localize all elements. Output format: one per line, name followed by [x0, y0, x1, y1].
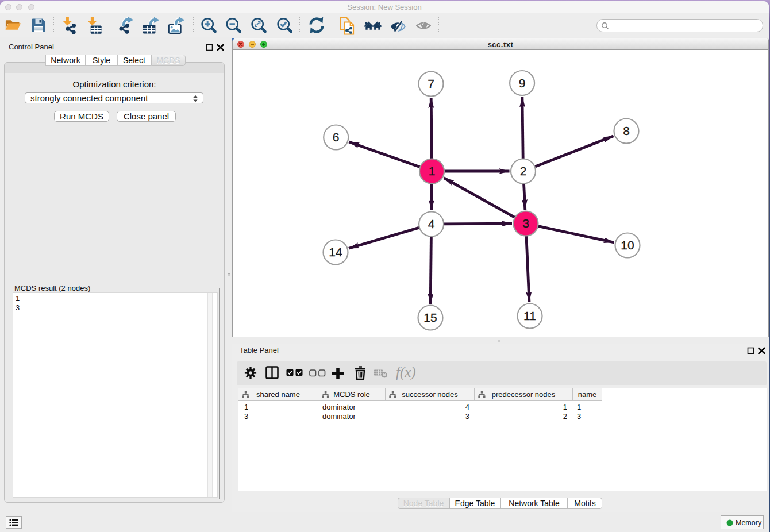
svg-text:2: 2	[520, 164, 527, 178]
svg-text:8: 8	[623, 124, 630, 137]
svg-text:10: 10	[621, 238, 634, 252]
svg-text:4: 4	[428, 217, 435, 230]
svg-text:3: 3	[522, 217, 529, 230]
svg-text:1: 1	[429, 164, 436, 178]
svg-text:11: 11	[523, 309, 536, 322]
svg-text:7: 7	[428, 77, 434, 90]
svg-text:9: 9	[519, 76, 526, 90]
svg-text:15: 15	[424, 311, 437, 324]
svg-text:14: 14	[329, 245, 342, 259]
svg-text:6: 6	[333, 130, 340, 144]
